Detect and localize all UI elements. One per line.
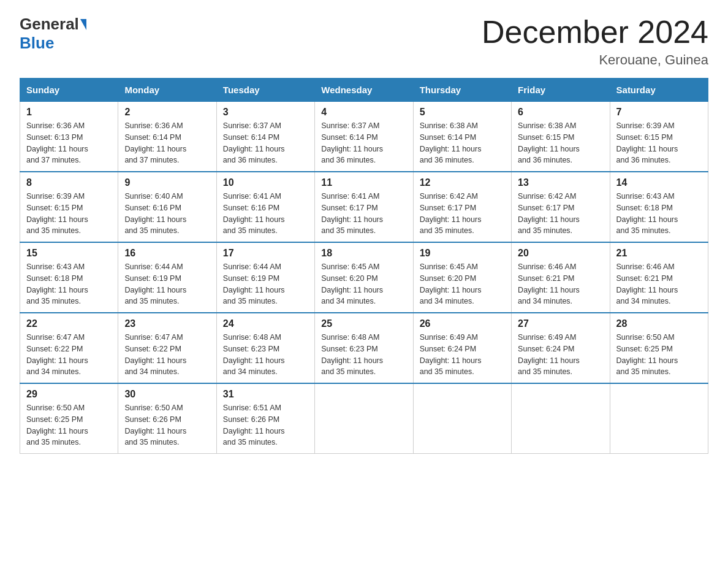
- day-number: 22: [26, 318, 112, 329]
- calendar-cell: 23 Sunrise: 6:47 AMSunset: 6:22 PMDaylig…: [118, 313, 216, 383]
- day-info: Sunrise: 6:48 AMSunset: 6:23 PMDaylight:…: [223, 333, 285, 376]
- day-number: 30: [124, 389, 210, 400]
- day-number: 17: [223, 248, 308, 259]
- calendar-cell: 13 Sunrise: 6:42 AMSunset: 6:17 PMDaylig…: [512, 172, 610, 242]
- calendar-week-row-2: 8 Sunrise: 6:39 AMSunset: 6:15 PMDayligh…: [20, 172, 708, 242]
- day-number: 8: [26, 177, 112, 188]
- day-info: Sunrise: 6:45 AMSunset: 6:20 PMDaylight:…: [321, 262, 383, 305]
- day-info: Sunrise: 6:41 AMSunset: 6:17 PMDaylight:…: [321, 192, 383, 235]
- day-info: Sunrise: 6:46 AMSunset: 6:21 PMDaylight:…: [518, 262, 580, 305]
- day-info: Sunrise: 6:38 AMSunset: 6:14 PMDaylight:…: [420, 121, 482, 164]
- col-friday: Friday: [512, 79, 610, 102]
- calendar-table: Sunday Monday Tuesday Wednesday Thursday…: [20, 78, 708, 454]
- calendar-cell: 14 Sunrise: 6:43 AMSunset: 6:18 PMDaylig…: [610, 172, 708, 242]
- day-info: Sunrise: 6:48 AMSunset: 6:23 PMDaylight:…: [321, 333, 383, 376]
- day-number: 27: [518, 318, 603, 329]
- calendar-header-row: Sunday Monday Tuesday Wednesday Thursday…: [20, 79, 708, 102]
- logo-blue-text: Blue: [20, 34, 54, 53]
- location-subtitle: Kerouane, Guinea: [482, 52, 708, 68]
- day-number: 16: [124, 248, 210, 259]
- day-number: 26: [420, 318, 505, 329]
- day-number: 2: [124, 107, 210, 118]
- calendar-week-row-3: 15 Sunrise: 6:43 AMSunset: 6:18 PMDaylig…: [20, 242, 708, 313]
- day-number: 6: [518, 107, 603, 118]
- calendar-cell: 2 Sunrise: 6:36 AMSunset: 6:14 PMDayligh…: [118, 102, 216, 172]
- calendar-cell: 18 Sunrise: 6:45 AMSunset: 6:20 PMDaylig…: [315, 242, 413, 313]
- col-saturday: Saturday: [610, 79, 708, 102]
- day-info: Sunrise: 6:42 AMSunset: 6:17 PMDaylight:…: [420, 192, 482, 235]
- day-number: 29: [26, 389, 112, 400]
- calendar-cell: 8 Sunrise: 6:39 AMSunset: 6:15 PMDayligh…: [20, 172, 118, 242]
- main-title: December 2024: [482, 15, 708, 50]
- day-number: 31: [223, 389, 308, 400]
- day-info: Sunrise: 6:50 AMSunset: 6:25 PMDaylight:…: [616, 333, 678, 376]
- calendar-cell: 11 Sunrise: 6:41 AMSunset: 6:17 PMDaylig…: [315, 172, 413, 242]
- col-sunday: Sunday: [20, 79, 118, 102]
- calendar-week-row-5: 29 Sunrise: 6:50 AMSunset: 6:25 PMDaylig…: [20, 383, 708, 454]
- calendar-week-row-1: 1 Sunrise: 6:36 AMSunset: 6:13 PMDayligh…: [20, 102, 708, 172]
- day-number: 5: [420, 107, 505, 118]
- day-info: Sunrise: 6:47 AMSunset: 6:22 PMDaylight:…: [26, 333, 88, 376]
- calendar-cell: 31 Sunrise: 6:51 AMSunset: 6:26 PMDaylig…: [216, 383, 314, 454]
- calendar-cell: 21 Sunrise: 6:46 AMSunset: 6:21 PMDaylig…: [610, 242, 708, 313]
- calendar-cell: [512, 383, 610, 454]
- day-info: Sunrise: 6:46 AMSunset: 6:21 PMDaylight:…: [616, 262, 678, 305]
- day-info: Sunrise: 6:51 AMSunset: 6:26 PMDaylight:…: [223, 404, 285, 446]
- title-block: December 2024 Kerouane, Guinea: [482, 15, 708, 68]
- calendar-cell: 25 Sunrise: 6:48 AMSunset: 6:23 PMDaylig…: [315, 313, 413, 383]
- calendar-cell: 22 Sunrise: 6:47 AMSunset: 6:22 PMDaylig…: [20, 313, 118, 383]
- day-info: Sunrise: 6:39 AMSunset: 6:15 PMDaylight:…: [26, 192, 88, 235]
- day-number: 15: [26, 248, 112, 259]
- day-info: Sunrise: 6:50 AMSunset: 6:26 PMDaylight:…: [124, 404, 186, 446]
- day-info: Sunrise: 6:43 AMSunset: 6:18 PMDaylight:…: [616, 192, 678, 235]
- calendar-cell: 12 Sunrise: 6:42 AMSunset: 6:17 PMDaylig…: [413, 172, 511, 242]
- day-info: Sunrise: 6:44 AMSunset: 6:19 PMDaylight:…: [223, 262, 285, 305]
- day-number: 10: [223, 177, 308, 188]
- col-thursday: Thursday: [413, 79, 511, 102]
- col-tuesday: Tuesday: [216, 79, 314, 102]
- day-number: 12: [420, 177, 505, 188]
- calendar-cell: 17 Sunrise: 6:44 AMSunset: 6:19 PMDaylig…: [216, 242, 314, 313]
- calendar-cell: 19 Sunrise: 6:45 AMSunset: 6:20 PMDaylig…: [413, 242, 511, 313]
- calendar-cell: 5 Sunrise: 6:38 AMSunset: 6:14 PMDayligh…: [413, 102, 511, 172]
- day-info: Sunrise: 6:50 AMSunset: 6:25 PMDaylight:…: [26, 404, 88, 446]
- calendar-cell: [315, 383, 413, 454]
- day-info: Sunrise: 6:45 AMSunset: 6:20 PMDaylight:…: [420, 262, 482, 305]
- day-number: 7: [616, 107, 702, 118]
- calendar-cell: 6 Sunrise: 6:38 AMSunset: 6:15 PMDayligh…: [512, 102, 610, 172]
- day-info: Sunrise: 6:44 AMSunset: 6:19 PMDaylight:…: [124, 262, 186, 305]
- calendar-cell: 10 Sunrise: 6:41 AMSunset: 6:16 PMDaylig…: [216, 172, 314, 242]
- day-number: 3: [223, 107, 308, 118]
- calendar-cell: 15 Sunrise: 6:43 AMSunset: 6:18 PMDaylig…: [20, 242, 118, 313]
- logo: General Blue: [20, 15, 88, 53]
- day-number: 14: [616, 177, 702, 188]
- day-number: 23: [124, 318, 210, 329]
- day-number: 19: [420, 248, 505, 259]
- day-number: 4: [321, 107, 406, 118]
- calendar-cell: 28 Sunrise: 6:50 AMSunset: 6:25 PMDaylig…: [610, 313, 708, 383]
- calendar-cell: 27 Sunrise: 6:49 AMSunset: 6:24 PMDaylig…: [512, 313, 610, 383]
- calendar-cell: 4 Sunrise: 6:37 AMSunset: 6:14 PMDayligh…: [315, 102, 413, 172]
- page-header: General Blue December 2024 Kerouane, Gui…: [20, 15, 708, 68]
- day-info: Sunrise: 6:49 AMSunset: 6:24 PMDaylight:…: [420, 333, 482, 376]
- calendar-cell: 26 Sunrise: 6:49 AMSunset: 6:24 PMDaylig…: [413, 313, 511, 383]
- calendar-cell: [413, 383, 511, 454]
- calendar-cell: 24 Sunrise: 6:48 AMSunset: 6:23 PMDaylig…: [216, 313, 314, 383]
- calendar-cell: 7 Sunrise: 6:39 AMSunset: 6:15 PMDayligh…: [610, 102, 708, 172]
- day-number: 1: [26, 107, 112, 118]
- day-number: 9: [124, 177, 210, 188]
- calendar-cell: 9 Sunrise: 6:40 AMSunset: 6:16 PMDayligh…: [118, 172, 216, 242]
- calendar-cell: 29 Sunrise: 6:50 AMSunset: 6:25 PMDaylig…: [20, 383, 118, 454]
- calendar-cell: 3 Sunrise: 6:37 AMSunset: 6:14 PMDayligh…: [216, 102, 314, 172]
- day-number: 11: [321, 177, 406, 188]
- day-number: 28: [616, 318, 702, 329]
- day-info: Sunrise: 6:41 AMSunset: 6:16 PMDaylight:…: [223, 192, 285, 235]
- day-info: Sunrise: 6:49 AMSunset: 6:24 PMDaylight:…: [518, 333, 580, 376]
- calendar-cell: 16 Sunrise: 6:44 AMSunset: 6:19 PMDaylig…: [118, 242, 216, 313]
- logo-general: General: [20, 15, 88, 34]
- day-number: 24: [223, 318, 308, 329]
- day-info: Sunrise: 6:37 AMSunset: 6:14 PMDaylight:…: [321, 121, 383, 164]
- day-info: Sunrise: 6:37 AMSunset: 6:14 PMDaylight:…: [223, 121, 285, 164]
- day-number: 25: [321, 318, 406, 329]
- day-info: Sunrise: 6:42 AMSunset: 6:17 PMDaylight:…: [518, 192, 580, 235]
